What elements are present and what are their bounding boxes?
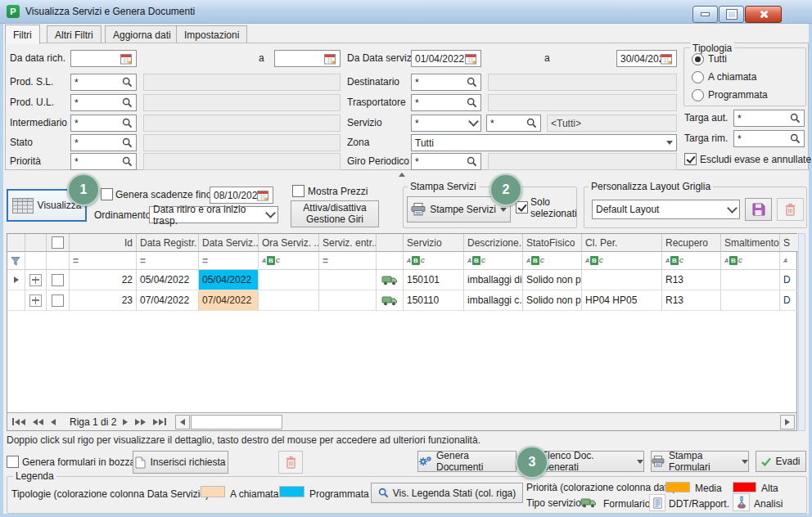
header-smaltimento[interactable]: Smaltimento [721,234,780,252]
header-statofisico[interactable]: StatoFisico [523,234,582,252]
genera-scadenze-date-field[interactable]: 08/10/2022 [210,187,273,204]
servizio-search[interactable]: * [486,115,541,132]
delete-request-button[interactable] [278,451,303,474]
filter-icon-cell[interactable] [7,252,25,270]
solo-selezionati-checkbox[interactable] [516,201,528,214]
da-data-servizio-from-field[interactable]: 01/04/2022 [411,50,481,67]
close-button[interactable] [745,6,782,23]
stampa-formulari-button[interactable]: Stampa Formulari [651,451,749,472]
ordinamento-dropdown[interactable]: Data ritiro e ora inizio trasp. [149,206,278,223]
prod-sl-search[interactable]: * [70,74,137,91]
priorita-search[interactable]: * [70,153,137,170]
calendar-icon[interactable] [324,53,336,65]
trasportatore-search[interactable]: * [411,94,481,111]
select-all-checkbox[interactable] [52,236,64,249]
radio-a-chiamata[interactable] [692,71,704,83]
filter-descrizione[interactable]: ABC [464,252,523,270]
attiva-gestione-giri-button[interactable]: Attiva/disattiva Gestione Giri [291,200,379,227]
hscroll-left-arrow[interactable] [175,415,190,429]
stato-search[interactable]: * [70,134,137,151]
search-icon[interactable] [526,118,537,128]
row-checkbox[interactable] [52,294,64,307]
targa-rim-search[interactable]: * [733,130,805,147]
filter-s[interactable]: A [780,252,798,270]
maximize-button[interactable] [719,6,744,23]
collapse-panel-icon[interactable] [399,173,405,177]
filter-data-serviz[interactable]: = [199,252,259,270]
header-serviz-entr[interactable]: Serviz. entr... [319,234,377,252]
genera-formulari-bozza-checkbox[interactable] [7,456,19,468]
search-icon[interactable] [122,156,133,167]
header-s[interactable]: S [780,234,798,252]
genera-scadenze-checkbox[interactable] [101,188,113,200]
minimize-button[interactable] [692,6,718,23]
header-id[interactable]: Id [70,234,137,252]
search-icon[interactable] [467,97,477,108]
da-data-servizio-to-field[interactable]: 30/04/2022 [616,50,677,67]
header-data-serviz[interactable]: Data Serviz... [199,234,259,252]
delete-layout-button[interactable] [777,198,804,221]
prev-page-button[interactable] [33,419,43,425]
vertical-scrollbar[interactable] [798,233,805,431]
radio-programmata[interactable] [692,89,704,101]
first-row-button[interactable] [12,418,25,425]
row-expand-cell[interactable] [25,270,47,290]
genera-documenti-button[interactable]: Genera Documenti [417,451,517,472]
escludi-checkbox[interactable] [684,153,697,165]
save-layout-button[interactable] [745,198,772,221]
table-row[interactable]: 23 07/04/2022 07/04/2022 150110 imballag… [7,290,796,311]
filter-recupero[interactable]: ABC [662,252,721,270]
expand-icon[interactable] [29,274,42,286]
header-tipo-icon[interactable] [377,234,404,252]
destinatario-search[interactable]: * [411,74,481,91]
hscroll-thumb[interactable] [191,415,282,429]
giro-periodico-search[interactable]: * [411,153,481,170]
tab-aggiorna-dati[interactable]: Aggiorna dati [105,25,179,43]
row-checkbox[interactable] [52,274,64,286]
search-icon[interactable] [122,97,133,108]
vis-legenda-stati-button[interactable]: Vis. Legenda Stati (col. riga) [371,483,523,503]
window-titlebar[interactable]: P Visualizza Servizi e Genera Documenti [0,0,812,24]
mostra-prezzi-checkbox[interactable] [292,185,304,197]
last-row-button[interactable] [153,418,166,425]
header-descrizione[interactable]: Descrizione... [464,234,523,252]
radio-tutti[interactable] [692,53,704,65]
prod-ul-search[interactable]: * [70,94,137,111]
filter-serviz-entr[interactable]: = [319,252,377,270]
row-select-cell[interactable] [47,270,70,290]
search-icon[interactable] [122,137,133,148]
next-row-button[interactable] [123,419,128,425]
filter-ora-serviz[interactable]: ABC [259,252,319,270]
search-icon[interactable] [467,156,477,167]
calendar-icon[interactable] [120,53,133,65]
calendar-icon[interactable] [465,53,477,65]
header-servizio[interactable]: Servizio [404,234,464,252]
filter-statofisico[interactable]: ABC [523,252,582,270]
intermediario-search[interactable]: * [70,115,137,132]
row-expand-cell[interactable] [25,290,47,311]
da-data-rich-to-field[interactable] [274,50,341,67]
search-icon[interactable] [790,113,801,124]
header-select-all[interactable] [47,234,70,252]
da-data-rich-from-field[interactable] [70,50,137,67]
filter-data-registr[interactable]: = [137,252,199,270]
header-cl-per[interactable]: Cl. Per. [582,234,662,252]
filter-id[interactable]: = [70,252,137,270]
filter-cl-per[interactable]: ABC [582,252,662,270]
calendar-icon[interactable] [661,53,673,65]
tab-filtri[interactable]: Filtri [5,25,40,44]
evadi-button[interactable]: Evadi [756,451,806,472]
search-icon[interactable] [122,77,133,88]
header-recupero[interactable]: Recupero [662,234,721,252]
header-data-registr[interactable]: Data Registr. [137,234,199,252]
row-select-cell[interactable] [47,290,70,311]
expand-icon[interactable] [29,294,42,307]
elenco-doc-generati-button[interactable]: Elenco Doc. Generati [540,451,644,472]
calendar-icon[interactable] [257,190,269,201]
header-ora-serviz[interactable]: Ora Serviz. ... [259,234,319,252]
inserisci-richiesta-button[interactable]: Inserisci richiesta [133,451,228,474]
servizio-combo[interactable]: * [411,115,481,132]
search-icon[interactable] [790,133,801,144]
search-icon[interactable] [122,118,133,128]
hscroll-right-arrow[interactable] [780,415,795,429]
